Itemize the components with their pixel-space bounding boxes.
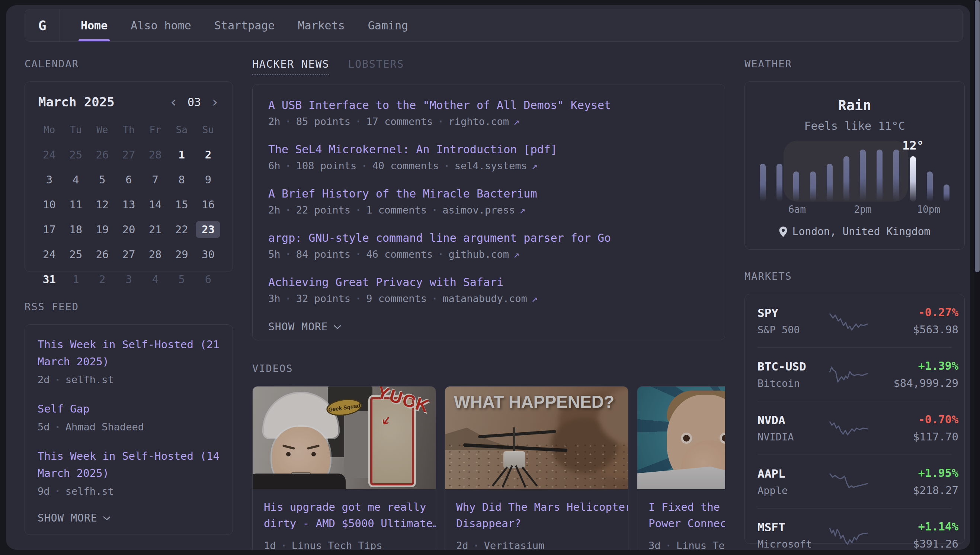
video-title[interactable]: Why Did The Mars HelicopterDisappear?	[456, 499, 617, 532]
video-meta: 1d·Linus Tech Tips	[264, 540, 425, 550]
calendar-day: 31	[37, 271, 62, 288]
dashboard-columns: CALENDAR March 2025 ‹ 03 › MoTuWeThFrSaS…	[24, 58, 963, 550]
app-logo[interactable]: G	[25, 9, 60, 41]
scrollbar-thumb[interactable]	[975, 0, 980, 272]
calendar-day: 3	[37, 171, 62, 188]
weather-hour-bar	[760, 164, 766, 202]
calendar-header: March 2025 ‹ 03 ›	[36, 95, 221, 109]
calendar-day: 14	[143, 196, 167, 213]
weather-hour-bar	[943, 184, 950, 202]
story-source-link[interactable]: sel4.systems↗	[455, 160, 537, 172]
news-tab-hacker-news[interactable]: HACKER NEWS	[252, 58, 329, 75]
market-row-aapl[interactable]: AAPLApple+1.95%$218.27	[757, 455, 952, 508]
story-points: 22 points	[296, 204, 350, 216]
external-link-arrow-icon: ↗	[532, 293, 537, 304]
meta-separator-dot: ·	[285, 249, 291, 260]
video-title[interactable]: His upgrade got me reallydirty - AMD $50…	[264, 499, 425, 532]
market-symbol-block: SPYS&P 500	[757, 306, 828, 335]
story-points: 108 points	[296, 160, 357, 172]
meta-separator-dot: ·	[285, 293, 291, 304]
rss-item-title[interactable]: This Week in Self-Hosted (14 March 2025)	[38, 448, 220, 482]
story-source-link[interactable]: github.com↗	[448, 249, 520, 260]
market-sparkline	[828, 363, 869, 386]
calendar-month-title: March 2025	[38, 95, 115, 109]
market-change-percent: +1.14%	[869, 520, 958, 533]
calendar-prev-icon[interactable]: ‹	[169, 95, 178, 109]
story-comments[interactable]: 1 comments	[366, 204, 427, 216]
nav-tab-gaming[interactable]: Gaming	[368, 9, 408, 41]
weather-hour-bar	[827, 164, 832, 202]
external-link-arrow-icon: ↗	[513, 115, 520, 127]
calendar-day: 26	[90, 146, 115, 163]
market-row-btc-usd[interactable]: BTC-USDBitcoin+1.39%$84,999.29	[757, 347, 952, 401]
story-title[interactable]: Achieving Great Privacy with Safari	[268, 276, 709, 289]
video-card[interactable]: Geek SquadYUCK➔His upgrade got me really…	[252, 386, 436, 550]
video-title-line: His upgrade got me really	[264, 499, 425, 515]
story-age: 2h	[268, 115, 281, 127]
video-card[interactable]: DOTHTI Fixed the 5Power Connect3d·Linus …	[637, 386, 725, 550]
story-source-link[interactable]: matanabudy.com↗	[443, 293, 537, 304]
chevron-down-icon	[334, 324, 342, 330]
thumbnail-art-face	[667, 395, 725, 488]
thumbnail-art-mountains	[445, 427, 518, 450]
calendar-day: 6	[117, 171, 141, 188]
story-comments[interactable]: 9 comments	[366, 293, 427, 304]
meta-separator-dot: ·	[281, 540, 287, 550]
thumbnail-text-what-happened: WHAT HAPPENED?	[454, 392, 614, 412]
thumbnail-art-eye	[286, 452, 290, 456]
market-change-percent: -0.70%	[869, 413, 958, 426]
spacer	[38, 497, 220, 512]
rss-list: This Week in Self-Hosted (21 March 2025)…	[38, 336, 220, 512]
calendar-day: 27	[117, 246, 141, 263]
market-sparkline	[828, 417, 869, 440]
calendar-day: 9	[196, 171, 220, 188]
calendar-day: 17	[37, 221, 62, 238]
nav-tab-startpage[interactable]: Startpage	[214, 9, 275, 41]
rss-item-title[interactable]: Self Gap	[38, 400, 220, 417]
rss-item-title[interactable]: This Week in Self-Hosted (21 March 2025)	[38, 336, 220, 370]
market-row-spy[interactable]: SPYS&P 500-0.27%$563.98	[757, 294, 952, 347]
story-title[interactable]: A USB Interface to the "Mother of All De…	[268, 99, 709, 112]
story-comments[interactable]: 17 comments	[366, 115, 433, 127]
market-ticker: MSFT	[757, 520, 828, 534]
story-comments[interactable]: 46 comments	[366, 249, 433, 260]
thumbnail-art-mast	[513, 427, 515, 452]
market-sparkline	[828, 310, 869, 332]
nav-tab-also-home[interactable]: Also home	[131, 9, 191, 41]
market-quote-block: -0.27%$563.98	[869, 306, 958, 336]
video-card[interactable]: WHAT HAPPENED?Why Did The Mars Helicopte…	[444, 386, 629, 550]
video-age: 1d	[264, 540, 276, 550]
rss-show-more-button[interactable]: SHOW MORE	[38, 512, 220, 524]
story-title[interactable]: The SeL4 Microkernel: An Introduction [p…	[268, 143, 709, 156]
nav-tab-markets[interactable]: Markets	[298, 9, 345, 41]
news-tab-lobsters[interactable]: LOBSTERS	[348, 58, 404, 74]
calendar-day-selected: 23	[196, 221, 220, 238]
external-link-arrow-icon: ↗	[532, 160, 537, 172]
story-title[interactable]: argp: GNU-style command line argument pa…	[268, 231, 709, 245]
nav-tab-home[interactable]: Home	[81, 9, 107, 41]
market-ticker: NVDA	[757, 413, 828, 427]
story-title[interactable]: A Brief History of the Miracle Bacterium	[268, 187, 709, 201]
story-source-link[interactable]: righto.com↗	[448, 115, 520, 127]
story-source-link[interactable]: asimov.press↗	[443, 204, 525, 216]
market-row-msft[interactable]: MSFTMicrosoft+1.14%$391.26	[757, 508, 952, 550]
rss-item-source: selfh.st	[66, 486, 114, 497]
weather-current-temp-label: 12°	[902, 138, 924, 152]
meta-separator-dot: ·	[355, 249, 361, 260]
video-meta: 2d·Veritasium	[456, 540, 617, 550]
news-show-more-button[interactable]: SHOW MORE	[268, 321, 709, 333]
story-comments[interactable]: 40 comments	[372, 160, 439, 172]
calendar-next-icon[interactable]: ›	[210, 95, 219, 109]
left-column: CALENDAR March 2025 ‹ 03 › MoTuWeThFrSaS…	[24, 58, 233, 550]
news-show-more-label: SHOW MORE	[268, 321, 328, 333]
video-title[interactable]: I Fixed the 5Power Connect	[648, 499, 725, 532]
calendar-day: 20	[117, 221, 141, 238]
meta-separator-dot: ·	[55, 486, 61, 497]
thumbnail-art-dust-cloud	[558, 393, 628, 449]
story-list: A USB Interface to the "Mother of All De…	[268, 99, 709, 304]
market-name: NVIDIA	[757, 431, 828, 443]
market-row-nvda[interactable]: NVDANVIDIA-0.70%$117.70	[757, 401, 952, 455]
market-price: $391.26	[869, 537, 958, 550]
market-name: Bitcoin	[757, 378, 828, 389]
meta-separator-dot: ·	[55, 421, 61, 433]
